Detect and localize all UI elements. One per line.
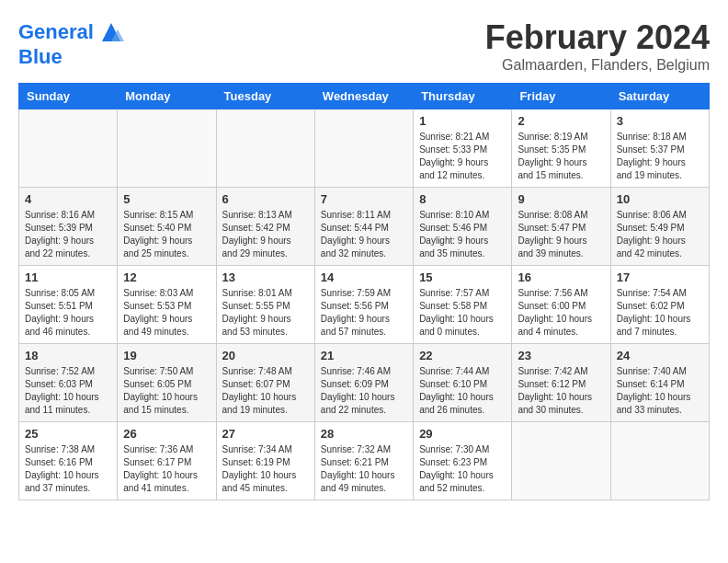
calendar-cell: 19Sunrise: 7:50 AM Sunset: 6:05 PM Dayli… <box>118 344 216 422</box>
day-number: 23 <box>518 349 604 362</box>
calendar-cell: 10Sunrise: 8:06 AM Sunset: 5:49 PM Dayli… <box>610 188 709 266</box>
day-info: Sunrise: 8:13 AM Sunset: 5:42 PM Dayligh… <box>222 209 309 260</box>
day-number: 19 <box>123 349 210 362</box>
day-number: 11 <box>25 270 111 284</box>
day-info: Sunrise: 7:42 AM Sunset: 6:12 PM Dayligh… <box>518 365 604 417</box>
page-header: General Blue February 2024 Galmaarden, F… <box>18 18 710 74</box>
calendar-week-5: 25Sunrise: 7:38 AM Sunset: 6:16 PM Dayli… <box>19 422 710 500</box>
day-info: Sunrise: 7:34 AM Sunset: 6:19 PM Dayligh… <box>222 443 309 495</box>
calendar-cell: 21Sunrise: 7:46 AM Sunset: 6:09 PM Dayli… <box>314 344 413 422</box>
day-number: 1 <box>419 114 506 128</box>
calendar-cell: 2Sunrise: 8:19 AM Sunset: 5:35 PM Daylig… <box>512 109 610 188</box>
day-info: Sunrise: 7:54 AM Sunset: 6:02 PM Dayligh… <box>617 287 703 339</box>
calendar-cell: 23Sunrise: 7:42 AM Sunset: 6:12 PM Dayli… <box>512 344 610 422</box>
calendar-cell: 28Sunrise: 7:32 AM Sunset: 6:21 PM Dayli… <box>314 422 413 500</box>
day-info: Sunrise: 7:57 AM Sunset: 5:58 PM Dayligh… <box>419 287 506 339</box>
day-number: 16 <box>518 270 604 284</box>
calendar-cell: 12Sunrise: 8:03 AM Sunset: 5:53 PM Dayli… <box>118 266 216 344</box>
day-number: 13 <box>222 270 309 284</box>
calendar-week-4: 18Sunrise: 7:52 AM Sunset: 6:03 PM Dayli… <box>19 344 710 422</box>
day-info: Sunrise: 8:18 AM Sunset: 5:37 PM Dayligh… <box>617 131 703 182</box>
logo-blue: Blue <box>18 46 125 68</box>
day-info: Sunrise: 8:15 AM Sunset: 5:40 PM Dayligh… <box>123 209 210 260</box>
calendar-cell: 5Sunrise: 8:15 AM Sunset: 5:40 PM Daylig… <box>118 188 216 266</box>
column-header-sunday: Sunday <box>19 84 118 109</box>
day-info: Sunrise: 8:21 AM Sunset: 5:33 PM Dayligh… <box>419 131 506 182</box>
calendar-cell: 29Sunrise: 7:30 AM Sunset: 6:23 PM Dayli… <box>414 422 512 500</box>
calendar-cell <box>512 422 610 500</box>
day-number: 20 <box>222 349 309 362</box>
column-header-friday: Friday <box>512 84 610 109</box>
title-section: February 2024 Galmaarden, Flanders, Belg… <box>485 18 710 74</box>
logo-text: General <box>18 21 94 43</box>
day-info: Sunrise: 7:36 AM Sunset: 6:17 PM Dayligh… <box>123 443 210 495</box>
column-header-tuesday: Tuesday <box>216 84 314 109</box>
day-info: Sunrise: 7:50 AM Sunset: 6:05 PM Dayligh… <box>123 365 210 417</box>
day-info: Sunrise: 8:06 AM Sunset: 5:49 PM Dayligh… <box>617 209 703 260</box>
location: Galmaarden, Flanders, Belgium <box>485 57 710 74</box>
calendar-week-2: 4Sunrise: 8:16 AM Sunset: 5:39 PM Daylig… <box>19 188 710 266</box>
day-info: Sunrise: 8:19 AM Sunset: 5:35 PM Dayligh… <box>518 131 604 182</box>
day-info: Sunrise: 8:16 AM Sunset: 5:39 PM Dayligh… <box>25 209 111 260</box>
calendar-cell: 18Sunrise: 7:52 AM Sunset: 6:03 PM Dayli… <box>19 344 118 422</box>
calendar-cell <box>314 109 413 188</box>
column-header-thursday: Thursday <box>414 84 512 109</box>
day-number: 3 <box>617 114 703 128</box>
calendar-cell: 20Sunrise: 7:48 AM Sunset: 6:07 PM Dayli… <box>216 344 314 422</box>
day-info: Sunrise: 7:38 AM Sunset: 6:16 PM Dayligh… <box>25 443 111 495</box>
calendar-cell: 24Sunrise: 7:40 AM Sunset: 6:14 PM Dayli… <box>610 344 709 422</box>
calendar-cell: 7Sunrise: 8:11 AM Sunset: 5:44 PM Daylig… <box>314 188 413 266</box>
day-info: Sunrise: 7:59 AM Sunset: 5:56 PM Dayligh… <box>321 287 407 339</box>
day-number: 17 <box>617 270 703 284</box>
day-info: Sunrise: 7:44 AM Sunset: 6:10 PM Dayligh… <box>419 365 506 417</box>
calendar-cell <box>19 109 118 188</box>
day-number: 10 <box>617 192 703 206</box>
column-header-monday: Monday <box>118 84 216 109</box>
day-info: Sunrise: 7:52 AM Sunset: 6:03 PM Dayligh… <box>25 365 111 417</box>
calendar-cell <box>216 109 314 188</box>
day-number: 25 <box>25 427 111 441</box>
calendar-table: SundayMondayTuesdayWednesdayThursdayFrid… <box>18 83 710 500</box>
calendar-cell: 27Sunrise: 7:34 AM Sunset: 6:19 PM Dayli… <box>216 422 314 500</box>
calendar-cell: 11Sunrise: 8:05 AM Sunset: 5:51 PM Dayli… <box>19 266 118 344</box>
day-info: Sunrise: 7:48 AM Sunset: 6:07 PM Dayligh… <box>222 365 309 417</box>
day-number: 22 <box>419 349 506 362</box>
day-number: 4 <box>25 192 111 206</box>
calendar-cell: 26Sunrise: 7:36 AM Sunset: 6:17 PM Dayli… <box>118 422 216 500</box>
logo: General Blue <box>18 18 125 68</box>
calendar-cell: 22Sunrise: 7:44 AM Sunset: 6:10 PM Dayli… <box>414 344 512 422</box>
month-title: February 2024 <box>485 18 710 57</box>
calendar-cell: 6Sunrise: 8:13 AM Sunset: 5:42 PM Daylig… <box>216 188 314 266</box>
day-number: 8 <box>419 192 506 206</box>
calendar-cell: 25Sunrise: 7:38 AM Sunset: 6:16 PM Dayli… <box>19 422 118 500</box>
day-info: Sunrise: 7:32 AM Sunset: 6:21 PM Dayligh… <box>321 443 407 495</box>
column-header-wednesday: Wednesday <box>314 84 413 109</box>
day-number: 24 <box>617 349 703 362</box>
day-number: 6 <box>222 192 309 206</box>
day-number: 7 <box>321 192 407 206</box>
calendar-week-1: 1Sunrise: 8:21 AM Sunset: 5:33 PM Daylig… <box>19 109 710 188</box>
day-number: 27 <box>222 427 309 441</box>
calendar-cell: 14Sunrise: 7:59 AM Sunset: 5:56 PM Dayli… <box>314 266 413 344</box>
calendar-cell: 4Sunrise: 8:16 AM Sunset: 5:39 PM Daylig… <box>19 188 118 266</box>
day-number: 5 <box>123 192 210 206</box>
calendar-cell: 13Sunrise: 8:01 AM Sunset: 5:55 PM Dayli… <box>216 266 314 344</box>
calendar-cell: 15Sunrise: 7:57 AM Sunset: 5:58 PM Dayli… <box>414 266 512 344</box>
calendar-cell: 8Sunrise: 8:10 AM Sunset: 5:46 PM Daylig… <box>414 188 512 266</box>
day-number: 2 <box>518 114 604 128</box>
day-info: Sunrise: 8:10 AM Sunset: 5:46 PM Dayligh… <box>419 209 506 260</box>
calendar-cell: 16Sunrise: 7:56 AM Sunset: 6:00 PM Dayli… <box>512 266 610 344</box>
day-number: 12 <box>123 270 210 284</box>
day-info: Sunrise: 8:05 AM Sunset: 5:51 PM Dayligh… <box>25 287 111 339</box>
day-number: 26 <box>123 427 210 441</box>
calendar-cell: 1Sunrise: 8:21 AM Sunset: 5:33 PM Daylig… <box>414 109 512 188</box>
calendar-cell <box>610 422 709 500</box>
day-number: 14 <box>321 270 407 284</box>
calendar-cell: 9Sunrise: 8:08 AM Sunset: 5:47 PM Daylig… <box>512 188 610 266</box>
day-info: Sunrise: 8:03 AM Sunset: 5:53 PM Dayligh… <box>123 287 210 339</box>
day-info: Sunrise: 7:30 AM Sunset: 6:23 PM Dayligh… <box>419 443 506 495</box>
day-info: Sunrise: 7:46 AM Sunset: 6:09 PM Dayligh… <box>321 365 407 417</box>
day-number: 18 <box>25 349 111 362</box>
calendar-body: 1Sunrise: 8:21 AM Sunset: 5:33 PM Daylig… <box>19 109 710 500</box>
calendar-header-row: SundayMondayTuesdayWednesdayThursdayFrid… <box>19 84 710 109</box>
